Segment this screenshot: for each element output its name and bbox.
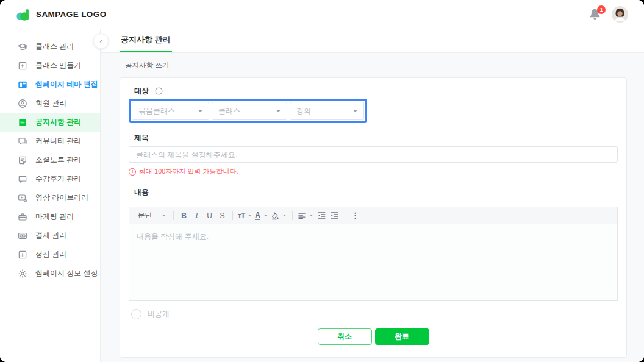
content-field-label: 내용 bbox=[129, 188, 618, 197]
label-bar bbox=[129, 135, 129, 141]
notice-icon bbox=[18, 118, 27, 127]
sidebar-item-label: 회원 관리 bbox=[35, 98, 66, 108]
logo-text: SAMPAGE LOGO bbox=[36, 10, 107, 19]
chevron-down-icon bbox=[161, 213, 166, 218]
private-option[interactable]: 비공개 bbox=[129, 309, 618, 319]
toolbar-separator bbox=[345, 211, 345, 220]
chevron-down-icon bbox=[282, 213, 287, 218]
settlement-icon bbox=[18, 250, 27, 260]
info-icon[interactable] bbox=[155, 87, 163, 95]
sidebar-item-label: 썸페이지 테마 편집 bbox=[35, 79, 98, 90]
square-plus-icon bbox=[18, 61, 27, 71]
logo[interactable]: SAMPAGE LOGO bbox=[16, 7, 107, 22]
sidebar-item[interactable]: 썸페이지 정보 설정 bbox=[0, 264, 100, 283]
sidebar-collapse-button[interactable]: ‹ bbox=[93, 34, 109, 49]
bundle-class-dropdown[interactable]: 묶음클래스 bbox=[132, 102, 209, 120]
paragraph-select[interactable]: 문단 bbox=[135, 211, 170, 220]
toolbar-separator bbox=[232, 211, 233, 220]
tab-notice-management[interactable]: 공지사항 관리 bbox=[120, 27, 172, 52]
label-bar bbox=[129, 88, 129, 94]
title-field-label: 제목 bbox=[129, 133, 618, 143]
sidebar-item[interactable]: 마케팅 관리 bbox=[0, 207, 100, 226]
underline-button[interactable]: U bbox=[203, 209, 216, 222]
bold-button[interactable]: B bbox=[177, 209, 190, 222]
sidebar-item[interactable]: 정산 관리 bbox=[0, 245, 100, 264]
sidebar-item-label: 썸페이지 정보 설정 bbox=[35, 268, 98, 279]
text-color-button[interactable]: A bbox=[254, 209, 270, 222]
sidebar-item-label: 소셜노트 관리 bbox=[35, 155, 81, 165]
notification-badge: 1 bbox=[597, 5, 606, 14]
toolbar-separator bbox=[292, 211, 293, 220]
outdent-button[interactable] bbox=[315, 209, 328, 222]
settings-gear-icon bbox=[18, 269, 27, 279]
divider bbox=[129, 202, 618, 202]
sidebar-item[interactable]: 소셜노트 관리 bbox=[0, 151, 100, 169]
sidebar-item-label: 수강후기 관리 bbox=[35, 174, 81, 184]
app-header: SAMPAGE LOGO 1 bbox=[0, 0, 644, 29]
sidebar-item[interactable]: 수강후기 관리 bbox=[0, 169, 100, 188]
indent-icon bbox=[330, 211, 339, 220]
chevron-left-icon: ‹ bbox=[100, 37, 102, 46]
sidebar-item-label: 클래스 관리 bbox=[35, 41, 74, 52]
outdent-icon bbox=[317, 211, 326, 220]
sampage-logo-icon bbox=[16, 7, 30, 22]
error-exclamation-icon: ! bbox=[129, 168, 136, 176]
sidebar-item-label: 영상 라이브러리 bbox=[35, 193, 88, 203]
video-library-icon bbox=[18, 193, 27, 203]
align-left-icon bbox=[298, 211, 306, 220]
strikethrough-button[interactable]: S bbox=[216, 209, 229, 222]
indent-button[interactable] bbox=[328, 209, 341, 222]
sidebar-item[interactable]: 클래스 만들기 bbox=[0, 56, 100, 75]
label-bar bbox=[120, 62, 120, 69]
payment-icon bbox=[18, 231, 27, 241]
italic-button[interactable]: I bbox=[190, 209, 203, 222]
notice-content-input[interactable]: 내용을 작성해 주세요. bbox=[129, 224, 618, 301]
sidebar-item[interactable]: 영상 라이브러리 bbox=[0, 188, 100, 207]
notice-title-input[interactable] bbox=[129, 146, 618, 163]
community-icon bbox=[18, 137, 27, 146]
class-dropdown[interactable]: 클래스 bbox=[212, 102, 287, 120]
section-title: 공지사항 쓰기 bbox=[120, 61, 644, 70]
cancel-button[interactable]: 취소 bbox=[318, 328, 372, 345]
member-icon bbox=[18, 99, 27, 108]
app-window: SAMPAGE LOGO 1 ‹ bbox=[0, 0, 644, 362]
chevron-down-icon bbox=[263, 213, 268, 218]
align-button[interactable] bbox=[296, 209, 315, 222]
sidebar-item[interactable]: 회원 관리 bbox=[0, 94, 100, 113]
marketing-icon bbox=[18, 212, 27, 222]
content-area: 공지사항 관리 공지사항 쓰기 대상 bbox=[101, 29, 644, 362]
sidebar-item[interactable]: 공지사항 관리 bbox=[0, 113, 100, 132]
target-field-label: 대상 bbox=[129, 87, 618, 96]
review-icon bbox=[18, 174, 27, 184]
label-bar bbox=[129, 189, 129, 196]
chevron-down-icon bbox=[352, 108, 358, 114]
notification-bell-icon[interactable]: 1 bbox=[589, 9, 601, 21]
submit-button[interactable]: 완료 bbox=[375, 328, 429, 345]
chevron-down-icon bbox=[309, 213, 314, 218]
notice-form-card: 대상 묶음클래스 클래스 bbox=[120, 77, 627, 358]
sidebar-item-label: 마케팅 관리 bbox=[35, 211, 74, 222]
fill-color-button[interactable] bbox=[270, 209, 288, 222]
editor-toolbar: 문단BIUSᴛTA⋮ bbox=[129, 207, 618, 224]
sidebar-item[interactable]: 결제 관리 bbox=[0, 226, 100, 245]
sidebar-item[interactable]: 커뮤니티 관리 bbox=[0, 132, 100, 151]
target-highlight-box: 묶음클래스 클래스 강의 bbox=[129, 99, 367, 123]
sidebar: 클래스 관리 클래스 만들기 썸페이지 테마 편집 회원 관리 공지사항 관리 … bbox=[0, 29, 101, 362]
sidebar-item[interactable]: 썸페이지 테마 편집 bbox=[0, 75, 100, 94]
graduation-cap-icon bbox=[18, 42, 27, 52]
sidebar-item-label: 공지사항 관리 bbox=[35, 117, 81, 127]
lecture-dropdown[interactable]: 강의 bbox=[290, 102, 364, 120]
radio-unchecked-icon[interactable] bbox=[131, 309, 141, 319]
chevron-down-icon bbox=[276, 108, 281, 114]
font-size-button[interactable]: ᴛT bbox=[237, 209, 254, 222]
title-error-message: ! 최대 100자까지 입력 가능합니다. bbox=[129, 167, 618, 176]
user-avatar[interactable] bbox=[612, 6, 628, 23]
toolbar-separator bbox=[173, 211, 174, 220]
tab-bar: 공지사항 관리 bbox=[101, 29, 644, 53]
more-button[interactable]: ⋮ bbox=[349, 209, 362, 222]
sidebar-item-label: 결제 관리 bbox=[35, 230, 66, 241]
sidebar-item-label: 클래스 만들기 bbox=[35, 60, 81, 71]
sidebar-item-label: 정산 관리 bbox=[35, 249, 66, 260]
chevron-down-icon bbox=[198, 108, 203, 114]
sidebar-item[interactable]: 클래스 관리 bbox=[0, 37, 100, 56]
